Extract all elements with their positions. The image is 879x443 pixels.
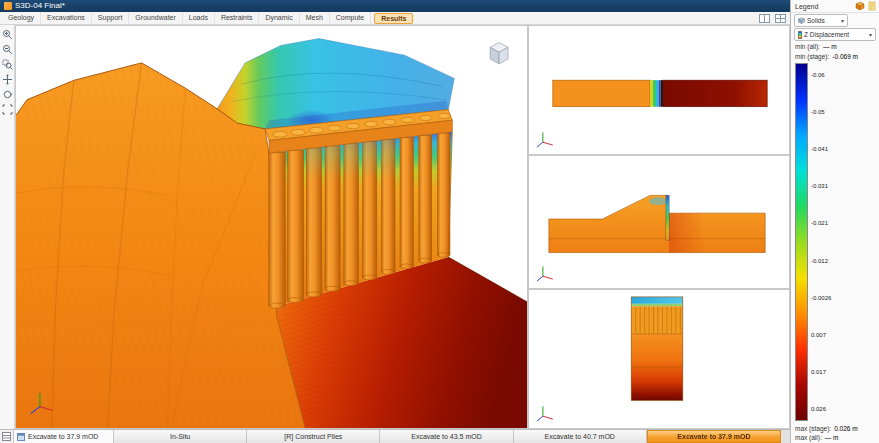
current-stage-label: Excavate to 37.9 mOD bbox=[28, 433, 98, 440]
stage-tab-excavate-43-5[interactable]: Excavate to 43.5 mOD bbox=[380, 430, 513, 443]
plan-viewport[interactable] bbox=[528, 25, 790, 155]
ribbon-tab-dynamic[interactable]: Dynamic bbox=[259, 12, 299, 24]
layout-single-view-icon[interactable] bbox=[758, 13, 771, 23]
max-all-label: max (all): bbox=[795, 434, 822, 441]
max-all-row: max (all): — m bbox=[791, 433, 879, 443]
main-3d-viewport[interactable] bbox=[15, 25, 528, 429]
legend-colorbar-area: -0.06 -0.05 -0.041 -0.031 -0.021 -0.012 … bbox=[791, 61, 879, 423]
axis-triad bbox=[537, 266, 553, 281]
tick-label: -0.041 bbox=[811, 146, 877, 152]
layout-four-views-icon[interactable] bbox=[774, 13, 787, 23]
view-toolbar bbox=[0, 25, 15, 429]
axis-triad bbox=[537, 406, 553, 421]
stage-tab-in-situ[interactable]: In-Situ bbox=[114, 430, 247, 443]
min-all-label: min (all): bbox=[795, 43, 820, 50]
min-stage-label: min (stage): bbox=[795, 53, 829, 60]
colorscale-mini-icon bbox=[798, 31, 802, 39]
solids-dropdown[interactable]: Solids ▾ bbox=[794, 14, 848, 27]
min-stage-value: -0.069 m bbox=[832, 53, 858, 60]
stage-tab-excavate-37-9[interactable]: Excavate to 37.9 mOD bbox=[647, 430, 781, 443]
min-all-value: — m bbox=[823, 43, 837, 50]
result-type-dropdown[interactable]: Z Displacement ▾ bbox=[794, 28, 876, 41]
tick-label: -0.012 bbox=[811, 258, 877, 264]
orbit-icon[interactable] bbox=[1, 88, 13, 100]
ribbon-tab-results[interactable]: Results bbox=[374, 13, 413, 24]
ribbon-tab-bar: Geology Excavations Support Groundwater … bbox=[0, 12, 790, 25]
solids-cube-icon bbox=[798, 17, 805, 24]
current-stage-display: Excavate to 37.9 mOD bbox=[14, 430, 114, 443]
stage-tab-excavate-40-7[interactable]: Excavate to 40.7 mOD bbox=[514, 430, 647, 443]
tick-label: 0.026 bbox=[811, 406, 877, 412]
view-cube[interactable] bbox=[490, 43, 508, 64]
legend-tick-labels: -0.06 -0.05 -0.041 -0.031 -0.021 -0.012 … bbox=[811, 63, 877, 421]
terrain-model bbox=[16, 39, 527, 428]
tick-label: 0.007 bbox=[811, 332, 877, 338]
ribbon-tab-loads[interactable]: Loads bbox=[183, 12, 215, 24]
ribbon-tab-compute[interactable]: Compute bbox=[330, 12, 371, 24]
min-stage-row: min (stage): -0.069 m bbox=[791, 51, 879, 61]
legend-panel: Legend Solids ▾ Z Displacement ▾ min (al… bbox=[790, 0, 879, 443]
tick-label: -0.05 bbox=[811, 109, 877, 115]
stage-tab-construct-piles[interactable]: [R] Construct Piles bbox=[247, 430, 380, 443]
zoom-extents-icon[interactable] bbox=[1, 103, 13, 115]
zoom-window-icon[interactable] bbox=[1, 58, 13, 70]
app-logo-icon bbox=[4, 2, 12, 10]
window-title: S3D-04 Final* bbox=[15, 0, 65, 12]
stage-bar: Excavate to 37.9 mOD In-Situ [R] Constru… bbox=[0, 429, 790, 443]
max-all-value: — m bbox=[825, 434, 839, 441]
ribbon-tab-support[interactable]: Support bbox=[92, 12, 130, 24]
pan-icon[interactable] bbox=[1, 73, 13, 85]
stage-scroll-button[interactable] bbox=[781, 430, 790, 443]
max-stage-value: 0.026 m bbox=[834, 425, 858, 432]
result-type-label: Z Displacement bbox=[804, 31, 849, 38]
chevron-down-icon: ▾ bbox=[869, 31, 872, 38]
tick-label: 0.017 bbox=[811, 369, 877, 375]
ribbon-tab-groundwater[interactable]: Groundwater bbox=[129, 12, 182, 24]
legend-title: Legend bbox=[795, 3, 818, 10]
zoom-in-icon[interactable] bbox=[1, 28, 13, 40]
section-viewport[interactable] bbox=[528, 155, 790, 289]
stage-list-icon[interactable] bbox=[0, 430, 14, 443]
tick-label: -0.06 bbox=[811, 72, 877, 78]
rs3-application-window: { "window": { "title": "S3D-04 Final*" }… bbox=[0, 0, 879, 443]
ribbon-tab-mesh[interactable]: Mesh bbox=[300, 12, 330, 24]
solids-dropdown-label: Solids bbox=[807, 17, 825, 24]
tick-label: -0.021 bbox=[811, 220, 877, 226]
elevation-viewport[interactable] bbox=[528, 289, 790, 429]
secondary-viewports bbox=[528, 25, 790, 429]
min-all-row: min (all): — m bbox=[791, 41, 879, 51]
ribbon-tab-restraints[interactable]: Restraints bbox=[215, 12, 260, 24]
ribbon-tab-excavations[interactable]: Excavations bbox=[41, 12, 92, 24]
stage-icon bbox=[17, 433, 25, 441]
max-stage-label: max (stage): bbox=[795, 425, 831, 432]
zoom-out-icon[interactable] bbox=[1, 43, 13, 55]
ribbon-tab-geology[interactable]: Geology bbox=[2, 12, 41, 24]
model-cube-icon[interactable] bbox=[855, 1, 865, 11]
title-bar: S3D-04 Final* bbox=[0, 0, 790, 12]
tick-label: -0.0026 bbox=[811, 295, 877, 301]
axis-triad bbox=[537, 132, 553, 147]
legend-colorbar bbox=[795, 63, 808, 421]
report-icon[interactable] bbox=[867, 1, 877, 11]
chevron-down-icon: ▾ bbox=[841, 17, 844, 24]
max-stage-row: max (stage): 0.026 m bbox=[791, 423, 879, 433]
legend-header: Legend bbox=[791, 0, 879, 13]
tick-label: -0.031 bbox=[811, 183, 877, 189]
